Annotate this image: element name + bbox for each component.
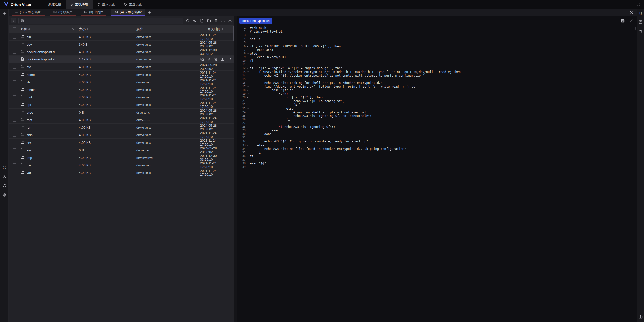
file-list-scrollbar[interactable] [233,26,234,41]
row-checkbox[interactable] [13,156,16,159]
file-row-docker-entrypoint.sh[interactable]: docker-entrypoint.sh1.17 KB-rwxrwxr-x [9,56,234,63]
file-name[interactable]: docker-entrypoint.sh [27,57,56,61]
code-line[interactable]: 23 else [238,107,637,111]
path-input-wrap[interactable] [18,18,183,24]
file-row-sbin[interactable]: sbin4.00 KBdrwxr-xr-x2021-11-24 17:20:10 [9,131,234,139]
menu-item[interactable]: 主机终端 [66,0,93,9]
settings-gear-icon[interactable] [1,192,7,198]
file-name[interactable]: run [27,126,31,129]
file-name[interactable]: media [27,88,35,92]
row-checkbox[interactable] [13,133,16,137]
edit-icon[interactable] [207,57,211,61]
eye-icon[interactable] [192,19,197,23]
code-line[interactable]: 2# vim:sw=4:ts=4:et [238,30,637,34]
row-checkbox[interactable] [13,50,16,54]
fold-chevron-icon[interactable] [246,45,250,48]
path-list-icon[interactable] [20,19,24,23]
fold-chevron-icon[interactable] [246,88,250,92]
screenshot-icon[interactable] [638,314,644,320]
row-checkbox[interactable] [13,141,16,144]
code-line[interactable]: 14 echo >&3 "$0: /docker-entrypoint.d/ i… [238,74,637,78]
back-button[interactable] [11,18,16,23]
code-line[interactable]: 9 exec 3>/dev/null [238,55,637,59]
select-all-checkbox[interactable] [13,27,16,31]
code-area[interactable]: 1#!/bin/sh2# vim:sw=4:ts=4:et34set -e56i… [238,26,637,322]
file-row-sys[interactable]: sys0 Bdr-xr-xr-x2024-05-28 23:58:02 [9,146,234,154]
file-row-srv[interactable]: srv4.00 KBdrwxr-xr-x2021-11-24 17:20:10 [9,139,234,146]
menu-item[interactable]: 显示设置 [93,0,119,9]
code-line[interactable]: 24 # warn on shell scripts without exec … [238,111,637,114]
code-line[interactable]: 8else [238,52,637,56]
code-line[interactable]: 29 esac [238,129,637,132]
upload-icon[interactable] [221,19,225,23]
code-line[interactable]: 36fi [238,154,637,158]
column-header-mtime[interactable]: 修改时间 [207,27,220,31]
row-checkbox[interactable] [13,103,16,106]
code-line[interactable]: 25 echo >&3 "$0: Ignoring $f, not execut… [238,114,637,118]
code-line[interactable]: 10fi [238,59,637,63]
move-icon[interactable] [227,57,231,61]
file-row-media[interactable]: media4.00 KBdrwxr-xr-x2021-11-24 17:20:1… [9,86,234,93]
file-row-opt[interactable]: opt4.00 KBdrwxr-xr-x2021-11-24 17:20:10 [9,101,234,109]
sort-mtime-icon[interactable] [222,28,223,30]
code-line[interactable]: 18 case "$f" in [238,88,637,92]
code-line[interactable]: 21 echo >&3 "$0: Launching $f"; [238,99,637,103]
row-checkbox[interactable] [13,80,16,84]
code-line[interactable]: 35 fi [238,151,637,155]
code-line[interactable]: 3 [238,33,637,37]
save-icon[interactable] [620,18,626,24]
file-row-home[interactable]: home4.00 KBdrwxr-xr-x2021-11-24 17:20:10 [9,71,234,78]
file-row-tmp[interactable]: tmp4.00 KBdrwxrwxrwx2021-12-30 03:29:10 [9,154,234,161]
filter-icon[interactable] [72,28,75,31]
new-connection-icon[interactable] [1,11,7,17]
row-checkbox[interactable] [13,118,16,122]
file-row-docker-entrypoint.d[interactable]: docker-entrypoint.d4.00 KBdrwxr-xr-x2021… [9,48,234,56]
close-tabs-icon[interactable] [628,9,634,15]
terminal-tab[interactable]: (2) 数据库 [50,9,76,16]
swap-panels-icon[interactable] [638,28,644,34]
sync-icon[interactable] [1,183,7,189]
code-line[interactable]: 1#!/bin/sh [238,26,637,30]
terminal-tab[interactable]: (3) 中间件 [81,9,106,16]
file-row-usr[interactable]: usr4.00 KBdrwxr-xr-x2021-11-24 17:20:10 [9,161,234,169]
row-checkbox[interactable] [13,43,16,46]
folder-plus-icon[interactable] [207,19,211,23]
editor-close-icon[interactable] [628,18,634,24]
code-line[interactable]: 32 echo >&3 "$0: Configuration complete;… [238,140,637,144]
row-checkbox[interactable] [13,73,16,76]
file-row-mnt[interactable]: mnt4.00 KBdrwxr-xr-x2021-11-24 17:20:10 [9,93,234,101]
fold-chevron-icon[interactable] [246,85,250,89]
file-name[interactable]: sys [27,148,32,152]
row-checkbox[interactable] [13,148,16,152]
fold-chevron-icon[interactable] [246,70,250,74]
file-name[interactable]: opt [27,103,31,107]
file-row-var[interactable]: var4.00 KBdrwxr-xr-x2021-11-24 17:20:10 [9,169,234,176]
file-name[interactable]: mnt [27,95,32,99]
row-checkbox[interactable] [13,65,16,69]
copy-icon[interactable] [200,57,204,61]
menu-item[interactable]: 主题设置 [119,0,146,9]
fold-chevron-icon[interactable] [246,92,250,96]
code-line[interactable]: 38exec "$@" [238,162,637,165]
code-line[interactable]: 5 [238,41,637,45]
download-icon[interactable] [228,19,232,23]
file-list-panel-icon[interactable] [638,19,644,25]
terminal-tab[interactable]: (4) 应用-分析02 [111,9,145,16]
row-checkbox[interactable] [13,111,16,114]
file-plus-icon[interactable] [199,19,204,23]
row-checkbox[interactable] [13,88,16,91]
column-header-size[interactable]: 大小 [79,27,86,31]
file-name[interactable]: srv [27,141,31,145]
code-line[interactable]: 11 [238,63,637,66]
row-checkbox[interactable] [13,95,16,99]
code-line[interactable]: 7 exec 3>&1 [238,48,637,52]
fold-chevron-icon[interactable] [246,144,250,147]
editor-scrollbar[interactable] [635,27,636,30]
code-line[interactable]: 33 else [238,144,637,147]
code-line[interactable]: 39 [238,165,637,169]
file-name[interactable]: bin [27,35,31,39]
app-logo[interactable]: Orion Visor [0,2,37,7]
file-name[interactable]: dev [27,43,32,46]
download-icon[interactable] [220,57,225,61]
file-name[interactable]: home [27,73,35,77]
